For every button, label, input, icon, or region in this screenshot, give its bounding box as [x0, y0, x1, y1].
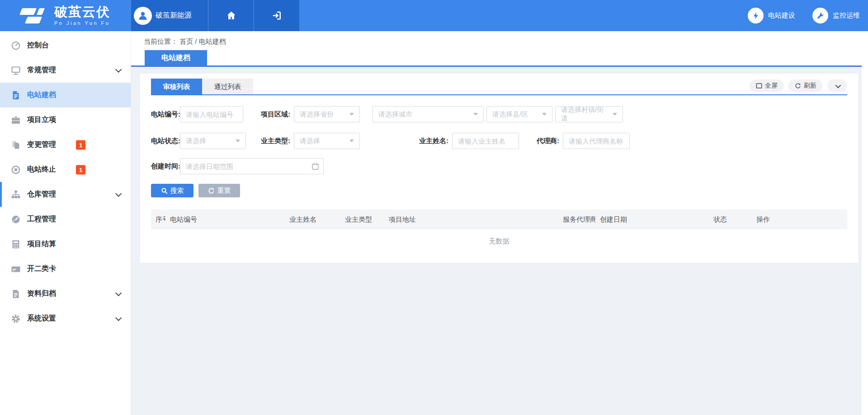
city-select[interactable]: 请选择城市 — [373, 106, 484, 122]
tab-review-list[interactable]: 审核列表 — [151, 79, 202, 94]
card-icon — [11, 264, 21, 274]
sidebar-item-project-settlement[interactable]: 项目结算 — [0, 232, 131, 256]
avatar — [134, 7, 152, 25]
brand-logo-icon — [20, 7, 49, 25]
chevron-down-icon — [115, 314, 122, 321]
chevron-down-icon — [115, 190, 122, 196]
sidebar-item-warehouse-mgmt[interactable]: 仓库管理 — [0, 182, 131, 207]
col-index: 序号 — [151, 210, 165, 229]
station-code-input[interactable] — [180, 106, 243, 122]
filter-owner-name: 业主姓名: — [419, 133, 519, 149]
empty-state-text: 无数据 — [151, 229, 847, 253]
briefcase-icon — [11, 115, 21, 125]
panel-toolbar: 全屏 刷新 — [750, 79, 847, 92]
col-service-agent: 服务代理商 — [558, 210, 595, 229]
panel: 审核列表 通过列表 全屏 — [140, 74, 858, 263]
filter-actions: 搜索 重置 — [151, 184, 847, 197]
nav-monitoring-ops[interactable]: 监控运维 — [812, 8, 860, 23]
file-icon — [11, 289, 21, 299]
col-station-code: 电站编号 — [165, 210, 285, 229]
agent-input[interactable] — [563, 133, 630, 149]
sidebar-item-console[interactable]: 控制台 — [0, 33, 131, 58]
chevron-down-icon — [115, 289, 122, 296]
filter-row-2: 电站状态: 请选择 业主类型: 请选择 业主姓名: 代理商: — [151, 133, 847, 149]
col-owner-name: 业主姓名 — [285, 210, 340, 229]
user-menu[interactable]: 破茧新能源 — [131, 0, 208, 31]
caret-down-icon — [613, 113, 617, 116]
scrollbar[interactable] — [862, 31, 868, 415]
caret-down-icon — [473, 113, 478, 116]
owner-name-input[interactable] — [452, 133, 519, 149]
page-tab-station-filing[interactable]: 电站建档 — [145, 50, 207, 65]
date-range-input[interactable] — [180, 158, 324, 174]
station-status-select[interactable]: 请选择 — [180, 133, 246, 149]
nav-station-build[interactable]: 电站建设 — [748, 8, 795, 23]
filter-station-status: 电站状态: 请选择 — [151, 133, 246, 149]
col-create-date: 创建日期 — [595, 210, 709, 229]
refresh-button[interactable]: 刷新 — [788, 79, 823, 92]
document-icon — [11, 90, 21, 100]
badge-count: 1 — [76, 165, 85, 174]
sidebar-item-change-mgmt[interactable]: 变更管理 1 — [0, 132, 131, 157]
sidebar: 控制台 常规管理 电站建档 — [0, 31, 131, 415]
lightning-icon — [748, 8, 764, 23]
filter-region: 项目区域: 请选择省份 请选择城市 请选择县/区 请选择村镇/街道 — [261, 106, 623, 122]
filter-row-1: 电站编号: 项目区域: 请选择省份 请选择城市 请选择县/区 请选择村镇 — [151, 106, 847, 122]
monitor-icon — [11, 65, 21, 75]
chevron-down-icon — [115, 66, 122, 72]
brand-logo: 破茧云伏 Po Jian Yun Fu — [0, 0, 131, 31]
province-select[interactable]: 请选择省份 — [294, 106, 360, 122]
sidebar-item-engineering-mgmt[interactable]: 工程管理 — [0, 207, 131, 232]
sidebar-item-station-termination[interactable]: 电站终止 1 — [0, 157, 131, 182]
target-icon — [11, 165, 21, 175]
calculator-icon — [11, 239, 21, 249]
caret-down-icon — [349, 113, 354, 116]
col-project-address: 项目地址 — [384, 210, 558, 229]
refresh-icon — [795, 83, 801, 89]
nav-label: 监控运维 — [833, 11, 860, 20]
sidebar-item-project-initiation[interactable]: 项目立项 — [0, 107, 131, 132]
sidebar-item-general-mgmt[interactable]: 常规管理 — [0, 58, 131, 83]
filter-create-time: 创建时间: — [151, 158, 324, 174]
village-select[interactable]: 请选择村镇/街道 — [555, 106, 623, 122]
dashboard-icon — [11, 214, 21, 224]
search-icon — [161, 187, 168, 194]
topbar-user-zone: 破茧新能源 — [131, 0, 299, 31]
owner-type-select[interactable]: 请选择 — [294, 133, 360, 149]
table-header-row: 序号 电站编号 业主姓名 业主类型 项目地址 服务代理商 创建日期 状态 操作 — [151, 210, 847, 229]
tabs-bar: 审核列表 通过列表 全屏 — [151, 74, 847, 95]
logout-button[interactable] — [254, 0, 299, 31]
county-select[interactable]: 请选择县/区 — [486, 106, 552, 122]
filter-station-code: 电站编号: — [151, 106, 243, 122]
caret-down-icon — [542, 113, 547, 116]
nav-label: 电站建设 — [768, 11, 795, 20]
reset-icon — [208, 187, 215, 194]
collapse-button[interactable] — [827, 79, 847, 92]
sidebar-item-system-settings[interactable]: 系统设置 — [0, 306, 131, 331]
caret-down-icon — [236, 140, 240, 142]
fullscreen-button[interactable]: 全屏 — [750, 79, 784, 92]
top-bar: 破茧云伏 Po Jian Yun Fu 破茧新能源 — [0, 0, 868, 31]
search-button[interactable]: 搜索 — [151, 184, 193, 197]
brand-title: 破茧云伏 — [54, 5, 110, 19]
sidebar-item-open-card[interactable]: 开二类卡 — [0, 256, 131, 281]
filter-row-3: 创建时间: — [151, 158, 847, 174]
pages-icon — [11, 140, 21, 150]
sidebar-item-data-archive[interactable]: 资料归档 — [0, 281, 131, 306]
col-actions: 操作 — [752, 210, 847, 229]
results-table: 序号 电站编号 业主姓名 业主类型 项目地址 服务代理商 创建日期 状态 操作 — [151, 210, 847, 253]
gear-icon — [11, 314, 21, 324]
fullscreen-icon — [756, 83, 762, 89]
col-status: 状态 — [709, 210, 752, 229]
breadcrumb: 当前位置： 首页 / 电站建档 — [131, 31, 868, 50]
home-button[interactable] — [208, 0, 254, 31]
caret-down-icon — [349, 140, 354, 142]
chevron-down-icon — [835, 82, 841, 88]
reset-button[interactable]: 重置 — [198, 184, 240, 197]
tab-passed-list[interactable]: 通过列表 — [202, 79, 253, 94]
wrench-icon — [812, 8, 828, 23]
sitemap-icon — [11, 190, 21, 200]
sidebar-item-station-filing[interactable]: 电站建档 — [0, 83, 131, 107]
filter-agent: 代理商: — [537, 133, 630, 149]
badge-count: 1 — [76, 140, 85, 149]
